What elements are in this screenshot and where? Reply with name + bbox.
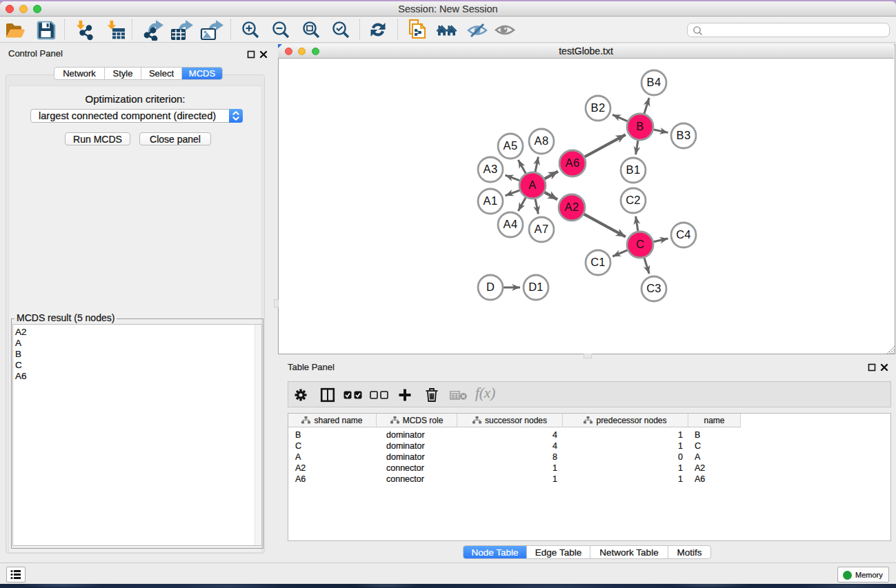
svg-text:A: A [528,179,536,191]
svg-text:A2: A2 [565,201,579,213]
svg-text:A6: A6 [566,156,580,169]
svg-text:C: C [636,238,644,250]
svg-text:B2: B2 [591,101,606,114]
svg-text:A7: A7 [535,223,549,235]
svg-text:A3: A3 [484,163,498,175]
svg-text:B4: B4 [647,76,661,88]
svg-text:C4: C4 [676,228,691,241]
svg-text:C2: C2 [626,194,641,206]
svg-text:A5: A5 [504,139,518,152]
svg-text:B1: B1 [626,163,641,176]
svg-text:C3: C3 [646,282,661,294]
svg-text:A8: A8 [535,134,549,147]
svg-text:A1: A1 [484,194,498,207]
svg-text:B3: B3 [677,129,691,141]
svg-text:C1: C1 [590,256,606,268]
svg-text:D1: D1 [528,281,544,293]
svg-text:D: D [486,281,495,293]
svg-text:A4: A4 [504,218,518,230]
svg-text:B: B [636,120,644,132]
